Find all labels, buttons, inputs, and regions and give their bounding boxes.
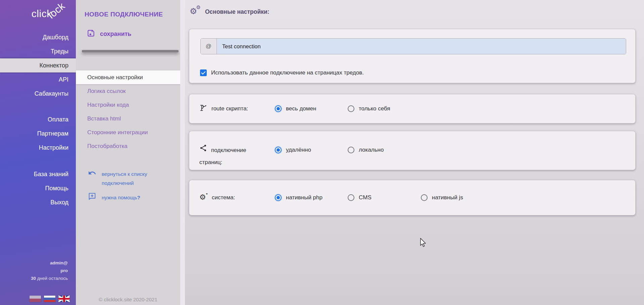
sidebar-item-help[interactable]: Помощь <box>0 181 76 195</box>
account-email: admin@ <box>31 259 68 267</box>
radio-icon[interactable] <box>348 105 354 112</box>
section-heading: Основные настройки: <box>205 8 269 15</box>
page-connection-label: подключение страниц: <box>199 144 246 168</box>
sidebar-menu: Дашборд Треды Коннектор API Сабакаунты О… <box>0 30 76 209</box>
account-info: admin@ pro 30 дней осталось <box>31 259 68 282</box>
gear-star-icon: ⚙✦ <box>199 193 208 202</box>
connection-name-input[interactable] <box>217 39 626 54</box>
panel-item-link-logic[interactable]: Логика ссылок <box>76 84 180 98</box>
account-days-left: 30 дней осталось <box>31 274 68 282</box>
add-comment-icon <box>88 192 96 203</box>
use-on-threads-option[interactable]: Использовать данное подключение на стран… <box>200 69 364 76</box>
radio-remote[interactable]: удалённо <box>275 147 311 153</box>
radio-cms[interactable]: CMS <box>348 194 371 201</box>
panel-title: НОВОЕ ПОДКЛЮЧЕНИЕ <box>85 11 163 18</box>
panel-item-general-settings[interactable]: Основные настройки <box>76 70 180 84</box>
save-button-label: сохранить <box>100 31 131 38</box>
system-setting-card: ⚙✦ система: нативный php CMS нативный js <box>189 180 636 215</box>
connection-name-card: @ Использовать данное подключение на стр… <box>189 29 636 83</box>
page-connection-card: подключение страниц: удалённо локально <box>189 131 636 170</box>
back-to-connections-link[interactable]: вернуться к списку подключений <box>88 169 161 188</box>
gears-icon: ⚙⚙ <box>190 7 200 17</box>
main-content: ⚙⚙ Основные настройки: @ Использовать да… <box>185 0 644 305</box>
sidebar-item-partners[interactable]: Партнерам <box>0 126 76 141</box>
need-help-link[interactable]: нужна помощь? <box>88 192 161 203</box>
checkbox-checked-icon[interactable] <box>200 69 207 76</box>
account-plan: pro <box>31 267 68 274</box>
sidebar-item-logout[interactable]: Выход <box>0 195 76 209</box>
radio-icon[interactable] <box>421 194 428 201</box>
radio-whole-domain[interactable]: весь домен <box>275 105 316 112</box>
panel-divider <box>82 50 179 52</box>
connection-settings-menu: Основные настройки Логика ссылок Настрой… <box>76 70 180 153</box>
sidebar-item-settings[interactable]: Настройки <box>0 141 76 155</box>
at-sign-addon: @ <box>201 39 217 54</box>
sidebar-item-api[interactable]: API <box>0 72 76 87</box>
sidebar-item-payment[interactable]: Оплата <box>0 112 76 126</box>
route-setting-label: route скрипта: <box>199 94 248 123</box>
panel-item-code-settings[interactable]: Настройки кода <box>76 98 180 112</box>
sidebar: clicklock Дашборд Треды Коннектор API Са… <box>0 0 76 305</box>
radio-native-php[interactable]: нативный php <box>275 194 323 201</box>
panel-main-divider <box>180 0 185 305</box>
panel-item-postprocessing[interactable]: Постобработка <box>76 139 180 153</box>
radio-only-self[interactable]: только себя <box>348 105 390 112</box>
undo-arrow-icon <box>88 169 96 188</box>
poland-flag-icon[interactable] <box>30 296 41 302</box>
radio-icon[interactable] <box>275 194 282 201</box>
panel-item-integrations[interactable]: Сторонние интеграции <box>76 125 180 139</box>
floppy-disk-icon <box>87 29 95 39</box>
route-setting-card: route скрипта: весь домен только себя <box>189 94 636 123</box>
system-setting-label: ⚙✦ система: <box>199 180 235 215</box>
route-icon <box>199 104 208 114</box>
help-link-label: нужна помощь? <box>102 193 161 202</box>
copyright-footer: © clicklock.site 2020-2021 <box>76 297 180 302</box>
app-window: clicklock Дашборд Треды Коннектор API Са… <box>0 0 644 305</box>
checkbox-label: Использовать данное подключение на стран… <box>211 69 364 76</box>
radio-icon[interactable] <box>348 194 354 201</box>
russia-flag-icon[interactable] <box>44 296 55 302</box>
connection-panel: НОВОЕ ПОДКЛЮЧЕНИЕ сохранить Основные нас… <box>76 0 180 305</box>
sidebar-item-threads[interactable]: Треды <box>0 44 76 58</box>
back-link-label: вернуться к списку подключений <box>102 169 161 188</box>
share-icon <box>199 144 207 156</box>
language-switcher <box>30 296 70 302</box>
panel-item-html-insert[interactable]: Вставка html <box>76 112 180 125</box>
radio-icon[interactable] <box>348 147 354 153</box>
clicklock-logo[interactable]: clicklock <box>32 8 70 21</box>
radio-native-js[interactable]: нативный js <box>421 194 463 201</box>
sidebar-item-dashboard[interactable]: Дашборд <box>0 30 76 44</box>
radio-local[interactable]: локально <box>348 147 384 153</box>
connection-name-group: @ <box>200 38 626 54</box>
radio-icon[interactable] <box>275 105 282 112</box>
section-header: ⚙⚙ Основные настройки: <box>190 7 269 17</box>
sidebar-item-subaccounts[interactable]: Сабакаунты <box>0 87 76 101</box>
save-button[interactable]: сохранить <box>87 29 131 39</box>
uk-flag-icon[interactable] <box>58 296 70 302</box>
sidebar-item-connector[interactable]: Коннектор <box>0 58 76 72</box>
sidebar-item-knowledge-base[interactable]: База знаний <box>0 167 76 181</box>
radio-icon[interactable] <box>275 147 282 153</box>
